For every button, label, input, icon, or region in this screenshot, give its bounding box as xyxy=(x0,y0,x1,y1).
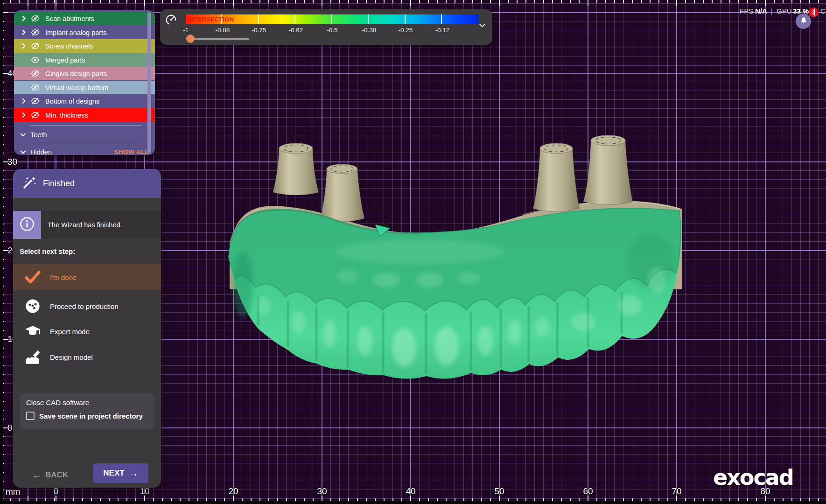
next-button[interactable]: NEXT → xyxy=(93,463,148,483)
wizard-prompt: Select next step: xyxy=(20,247,75,255)
layer-row-merged-parts[interactable]: Merged parts xyxy=(14,53,155,67)
layers-scrollbar[interactable] xyxy=(147,12,151,153)
eye-icon[interactable] xyxy=(30,55,42,65)
bell-icon xyxy=(799,16,808,27)
scale-tick-label: -1 xyxy=(183,27,189,34)
ruler-label-bottom: 40 xyxy=(406,486,415,497)
wizard-header: Finished xyxy=(13,169,161,198)
scale-tick-label: -0.25 xyxy=(399,27,413,34)
layer-group-teeth[interactable]: Teeth xyxy=(14,128,155,141)
threshold-slider-track[interactable] xyxy=(186,38,249,40)
layer-row-bottom-of-designs[interactable]: Bottom of designs xyxy=(14,94,155,108)
close-cad-section: Close CAD software Save scene in project… xyxy=(20,393,154,429)
ruler-label-bottom: 0 xyxy=(54,486,59,497)
chevron-right-icon[interactable] xyxy=(21,29,30,35)
info-tile xyxy=(13,211,41,239)
exocad-logo: exocad xyxy=(713,465,793,490)
layer-row-scan-abutments[interactable]: Scan abutments xyxy=(14,12,155,25)
layer-row-virtual-waxup-bottom[interactable]: Virtual waxup bottom xyxy=(14,81,155,94)
dental-model-3d[interactable] xyxy=(205,126,700,387)
eye-off-icon[interactable] xyxy=(30,96,42,106)
info-icon xyxy=(19,216,35,234)
close-cad-title: Close CAD software xyxy=(26,399,89,406)
abutment-1[interactable] xyxy=(273,143,319,195)
graduation-cap-icon xyxy=(24,324,41,338)
eye-off-icon[interactable] xyxy=(30,83,42,92)
chevron-right-icon[interactable] xyxy=(21,98,30,104)
threshold-slider-knob[interactable] xyxy=(186,35,195,43)
save-scene-label: Save scene in project directory xyxy=(39,412,143,420)
notifications-bell-button[interactable] xyxy=(796,14,811,29)
option-label: Expert mode xyxy=(50,328,90,336)
layer-row-gingiva-design-parts[interactable]: Gingiva design parts xyxy=(14,67,155,80)
scale-tick-label: -0.88 xyxy=(216,27,230,34)
arrow-right-icon: → xyxy=(129,468,139,479)
fps-label: FPS xyxy=(740,7,753,15)
eye-off-icon[interactable] xyxy=(30,69,42,78)
ruler-ticks-top-minor xyxy=(0,0,826,3)
cpu-label: CPU xyxy=(820,7,826,15)
save-scene-checkbox[interactable] xyxy=(26,412,35,420)
scale-tick-label: -0.12 xyxy=(435,27,450,34)
eye-off-icon[interactable] xyxy=(30,28,42,37)
ruler-edge-left xyxy=(0,0,3,504)
scale-tick-label: -0.62 xyxy=(289,27,303,34)
layer-row-screw-channels[interactable]: Screw channels xyxy=(14,39,155,53)
magic-wand-icon xyxy=(21,175,37,192)
abutment-3[interactable] xyxy=(533,143,580,212)
intersection-panel: INTERSECTION -1 -0.88 -0.75 -0.62 -0.5 -… xyxy=(160,9,492,45)
scale-tick-label: -0.75 xyxy=(252,27,266,34)
ruler-label-bottom: 60 xyxy=(583,486,593,497)
ruler-label-bottom: 30 xyxy=(317,486,327,497)
show-all-button[interactable]: SHOW ALL xyxy=(114,148,149,155)
ruler-label-bottom: 50 xyxy=(494,486,504,497)
eye-off-icon[interactable] xyxy=(30,41,42,51)
layer-label: Implant analog parts xyxy=(45,29,106,36)
arrow-left-icon: ← xyxy=(32,469,42,481)
badge-count: 3 xyxy=(812,9,815,16)
option-label: Design model xyxy=(50,353,93,361)
intersection-gradient-bar: INTERSECTION xyxy=(186,14,479,24)
layer-label: Screw channels xyxy=(45,42,93,50)
ruler-label-left: 0 xyxy=(7,423,13,433)
chevron-right-icon[interactable] xyxy=(21,43,30,49)
layer-label: Scan abutments xyxy=(45,15,94,22)
alert-badge[interactable]: 3 xyxy=(809,7,819,17)
option-im-done[interactable]: I'm done xyxy=(13,264,161,290)
ruler-edge-bottom xyxy=(0,501,826,504)
scale-tick-label: -0.5 xyxy=(327,27,337,34)
option-proceed-to-production[interactable]: Proceed to production xyxy=(13,296,161,316)
layer-label: Merged parts xyxy=(45,56,85,64)
check-icon xyxy=(24,270,41,284)
layer-label: Min. thickness xyxy=(45,112,88,119)
layer-row-implant-analog-parts[interactable]: Implant analog parts xyxy=(14,26,155,39)
eye-off-icon[interactable] xyxy=(30,14,42,23)
ruler-unit-label: mm xyxy=(6,487,21,497)
option-expert-mode[interactable]: Expert mode xyxy=(13,321,161,342)
abutment-2[interactable] xyxy=(320,164,364,222)
chevron-right-icon[interactable] xyxy=(21,112,30,118)
group-label: Teeth xyxy=(30,131,47,139)
wizard-title: Finished xyxy=(43,179,75,189)
scale-tick-label: -0.38 xyxy=(362,27,377,34)
gauge-icon[interactable] xyxy=(165,14,177,28)
option-design-model[interactable]: Design model xyxy=(13,347,161,367)
option-label: I'm done xyxy=(50,273,77,281)
ruler-label-bottom: 20 xyxy=(228,486,238,497)
chevron-down-icon[interactable] xyxy=(20,149,30,154)
layer-label: Virtual waxup bottom xyxy=(45,84,108,91)
divider xyxy=(29,143,142,143)
chevron-down-icon[interactable] xyxy=(478,22,486,30)
wizard-panel: Finished The Wizard has finished. Select… xyxy=(13,169,161,488)
eye-off-icon[interactable] xyxy=(30,110,42,120)
option-label: Proceed to production xyxy=(50,302,119,310)
wizard-message: The Wizard has finished. xyxy=(48,221,122,229)
layer-group-hidden[interactable]: Hidden SHOW ALL xyxy=(14,145,155,155)
intersection-title: INTERSECTION xyxy=(188,16,234,23)
ruler-label-left: 30 xyxy=(7,157,17,167)
chevron-right-icon[interactable] xyxy=(21,15,30,21)
back-button[interactable]: ← BACK xyxy=(32,469,68,481)
layer-row-min-thickness[interactable]: Min. thickness xyxy=(14,108,155,122)
chevron-down-icon[interactable] xyxy=(20,132,30,137)
abutment-4[interactable] xyxy=(583,135,633,205)
